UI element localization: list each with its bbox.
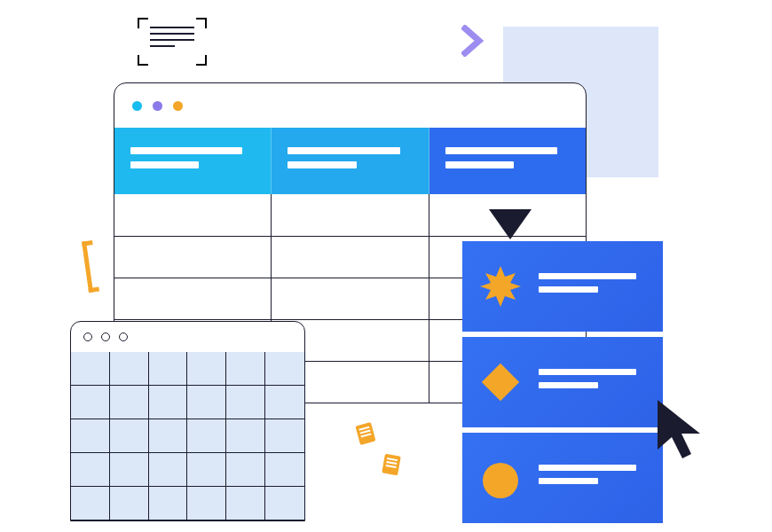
chevron-right-icon [461,25,488,60]
option-label [539,369,647,395]
note-icon [355,422,375,445]
note-icon [382,454,401,476]
starburst-icon [478,264,523,309]
window-titlebar [114,83,586,128]
traffic-light-close[interactable] [83,332,92,341]
traffic-light-minimize[interactable] [153,101,162,111]
traffic-light-minimize[interactable] [101,332,110,341]
traffic-light-close[interactable] [132,101,142,111]
spreadsheet-grid[interactable] [71,352,304,520]
diamond-icon [478,360,523,404]
svg-point-1 [483,463,518,498]
traffic-light-zoom[interactable] [173,101,183,111]
scan-document-icon [138,18,207,66]
cursor-pointer-icon [652,395,714,469]
traffic-light-zoom[interactable] [119,332,128,341]
dropdown-panel [462,241,663,528]
dropdown-option-2[interactable] [462,337,663,427]
spreadsheet-window [70,321,305,521]
column-header-1[interactable] [114,128,272,194]
dropdown-option-3[interactable] [462,433,663,523]
option-label [539,273,647,300]
column-header-3[interactable] [429,128,586,194]
table-header-row [114,128,586,194]
option-label [539,465,647,491]
window-titlebar [71,322,304,352]
bracket-left-icon [82,239,106,293]
svg-rect-0 [482,364,519,401]
circle-icon [478,456,523,500]
dropdown-option-1[interactable] [462,241,663,332]
column-header-2[interactable] [272,128,429,194]
